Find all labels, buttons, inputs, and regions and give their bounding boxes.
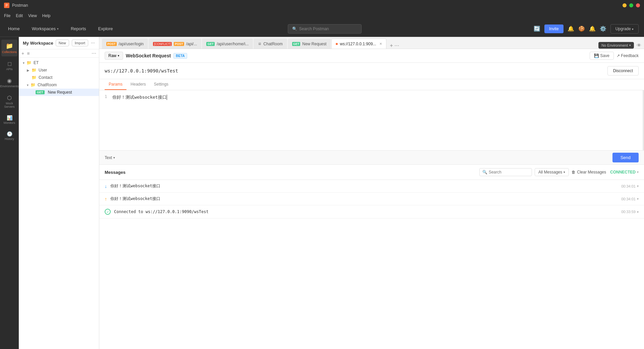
all-messages-button[interactable]: All Messages ▾ [535,168,569,176]
tab2-method-badge: POST [174,42,184,46]
url-display: ws://127.0.0.1:9090/wsTest [105,68,605,73]
text-type-button[interactable]: Text ▾ [105,155,115,160]
add-tab-button[interactable]: + [390,43,393,49]
import-button[interactable]: Import [72,40,88,46]
message-search-container[interactable]: 🔍 [479,168,532,176]
message1-down-icon: ↓ [105,184,107,189]
user-chevron-icon: ▶ [27,68,30,72]
disconnect-button[interactable]: Disconnect [607,66,639,76]
more-tabs-button[interactable]: ⋯ [394,43,399,48]
tab1-label: /api/user/login [119,42,144,46]
tree-item-new-request[interactable]: ▶ GET New Request [19,89,99,96]
monitors-icon: 📊 [7,115,12,120]
messages-header-right: 🔍 All Messages ▾ 🗑 Clear Messages [479,168,639,176]
sidebar-item-mock-servers[interactable]: ⬡ Mock Servers [1,92,17,111]
sub-tab-headers[interactable]: Headers [126,79,150,90]
save-icon: 💾 [594,53,599,58]
sidebar-header: My Workspace New Import ⋯ [19,37,99,49]
tree-item-contact[interactable]: ▶ 📁 Contact [19,74,99,81]
filter-icon[interactable]: ≡ [27,51,30,56]
sidebar-item-history[interactable]: 🕐 History [1,129,17,143]
message-item-1[interactable]: ↓ 你好！测试websocket接口 00:34:01 ▾ [99,180,644,193]
clear-messages-button[interactable]: 🗑 Clear Messages [572,170,606,174]
app-icon: P [4,3,9,8]
sidebar-item-apis[interactable]: ◻ APIs [1,58,17,73]
view-toggle-icon[interactable]: 👁 [637,43,641,48]
beta-badge: BETA [173,53,187,59]
tab-ws-active[interactable]: ws://127.0.0.1:909... ✕ [331,39,386,49]
navbar-center: 🔍 Search Postman [124,24,526,34]
global-search[interactable]: 🔍 Search Postman [288,24,362,34]
editor-area[interactable]: 1 你好！测试websocket接口 [99,90,644,151]
tree-item-chatroom[interactable]: ▾ 📁 ChatRoom [19,81,99,89]
nav-links: Home Workspaces ▾ Reports Explore [5,25,116,33]
nav-home[interactable]: Home [5,25,22,33]
tab-conflict-post[interactable]: [CONFLICT] POST /api/... [149,39,201,49]
tree-item-et[interactable]: ▾ 📁 ET [19,59,99,66]
user-folder-icon: 📁 [32,68,37,72]
tab-post-api-user-login[interactable]: POST /api/user/login [102,39,148,49]
mock-servers-icon: ⬡ [7,95,12,101]
raw-button[interactable]: Raw ▾ [105,52,123,60]
menu-view[interactable]: View [28,13,37,18]
message-search-input[interactable] [489,170,529,174]
sidebar-item-monitors-label: Monitors [4,121,15,124]
nav-reports[interactable]: Reports [68,25,89,33]
main-layout: 📁 Collections ◻ APIs ◉ Environments ⬡ Mo… [0,37,644,349]
message3-text: Connected to ws://127.0.0.1:9090/wsTest [114,209,621,214]
env-selector[interactable]: No Environment ▾ [598,42,634,49]
settings-icon[interactable]: ⚙️ [600,26,606,32]
all-messages-chevron-icon: ▾ [564,170,565,174]
send-button[interactable]: Send [612,153,639,162]
sidebar-item-monitors[interactable]: 📊 Monitors [1,112,17,127]
feedback-button[interactable]: ↗ Feedback [616,52,639,60]
navbar: Home Workspaces ▾ Reports Explore 🔍 Sear… [0,21,644,37]
sidebar-item-collections[interactable]: 📁 Collections [1,40,17,56]
workspace-name: My Workspace [23,41,53,46]
tab-get-new-request[interactable]: GET New Request [288,39,331,49]
menu-edit[interactable]: Edit [16,13,23,18]
editor-scrollbar[interactable] [643,90,644,150]
menu-help[interactable]: Help [42,13,51,18]
tab-chatroom[interactable]: 🖥 ChatRoom [254,39,287,49]
message-item-3[interactable]: ✓ Connected to ws://127.0.0.1:9090/wsTes… [99,205,644,218]
tab-get-api-user-home[interactable]: GET /api/user/home/i... [202,39,253,49]
apis-icon: ◻ [7,60,12,67]
tab2-label: /api/... [186,42,197,46]
nav-workspaces[interactable]: Workspaces ▾ [29,25,61,33]
cookies-icon[interactable]: 🍪 [578,26,585,32]
new-button[interactable]: New [56,40,69,46]
sidebar-item-environments[interactable]: ◉ Environments [1,75,17,91]
add-collection-icon[interactable]: + [21,51,24,56]
upgrade-button[interactable]: Upgrade ▾ [610,24,639,34]
message3-time: 00:33:59 ▾ [621,210,639,214]
messages-title: Messages [105,170,125,175]
tab5-label: New Request [302,42,326,46]
sub-tab-settings[interactable]: Settings [150,79,172,90]
sub-tab-params[interactable]: Params [105,79,126,90]
sidebar-more-icon[interactable]: ⋯ [91,41,95,45]
tab6-close-icon[interactable]: ✕ [379,42,382,46]
save-button[interactable]: 💾 Save [590,52,614,60]
menu-file[interactable]: File [4,13,10,18]
more-options-icon[interactable]: ⋯ [92,51,96,56]
sidebar-icons: 📁 Collections ◻ APIs ◉ Environments ⬡ Mo… [0,37,19,349]
tree-item-user[interactable]: ▶ 📁 User [19,66,99,74]
line-number: 1 [105,94,107,100]
editor-footer: Text ▾ Send [99,151,644,165]
tabs-actions: + ⋯ [390,43,399,49]
message2-text: 你好！测试websocket接口 [110,196,621,202]
collections-icon: 📁 [6,42,13,50]
nav-explore[interactable]: Explore [96,25,116,33]
message1-time: 00:34:01 ▾ [621,184,639,188]
tree-item-et-label: ET [34,60,39,65]
maximize-button[interactable] [629,3,633,7]
message-item-2[interactable]: ↑ 你好！测试websocket接口 00:34:01 ▾ [99,193,644,205]
minimize-button[interactable] [623,3,627,7]
bell-icon[interactable]: 🔔 [589,26,596,32]
invite-button[interactable]: Invite [544,24,564,33]
notifications-icon[interactable]: 🔔 [568,26,574,32]
env-selector-label: No Environment [601,43,628,47]
close-button[interactable] [636,3,640,7]
sync-icon[interactable]: 🔄 [534,26,540,32]
